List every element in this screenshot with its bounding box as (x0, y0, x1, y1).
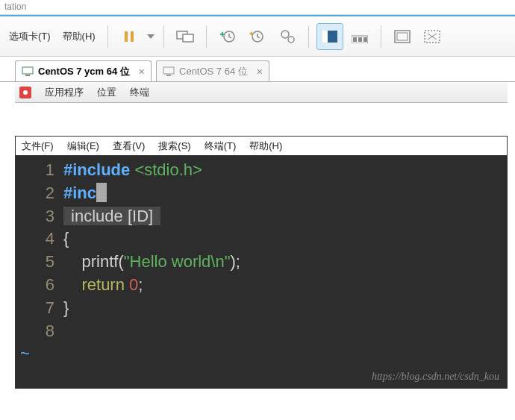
snapshot-revert-button[interactable] (244, 23, 271, 50)
main-toolbar: 选项卡(T) 帮助(H) (0, 15, 515, 57)
monitor-icon (163, 66, 175, 77)
svg-rect-15 (397, 33, 408, 40)
terminal-menubar: 文件(F) 编辑(E) 查看(V) 搜索(S) 终端(T) 帮助(H) (16, 137, 507, 156)
toolbar-separator (381, 25, 381, 48)
term-menu-edit[interactable]: 编辑(E) (67, 140, 99, 153)
text-cursor (96, 183, 107, 202)
line-number: 5 (16, 251, 63, 274)
svg-rect-9 (322, 31, 328, 43)
fullscreen-button[interactable] (389, 23, 416, 50)
svg-rect-12 (358, 37, 362, 42)
line-number: 2 (16, 182, 63, 205)
svg-rect-18 (22, 67, 33, 74)
svg-rect-1 (131, 31, 134, 42)
completion-popup[interactable]: include [ID] (63, 207, 160, 225)
pause-button[interactable] (116, 23, 143, 50)
vm-tab-centos7-ycm[interactable]: CentOS 7 ycm 64 位 × (15, 60, 152, 81)
unity-button[interactable] (419, 23, 446, 50)
vm-tab-bar: CentOS 7 ycm 64 位 × CentOS 7 64 位 × (0, 57, 515, 82)
gnome-menu-terminal[interactable]: 终端 (130, 86, 149, 99)
watermark-text: https://blog.csdn.net/csdn_kou (372, 369, 499, 384)
toolbar-separator (206, 25, 207, 48)
line-number: 8 (16, 320, 63, 343)
line-number: 7 (16, 297, 63, 320)
svg-rect-20 (163, 67, 174, 74)
svg-rect-3 (183, 34, 193, 42)
snapshot-manage-button[interactable] (274, 23, 301, 50)
dropdown-icon[interactable] (146, 23, 156, 50)
term-menu-search[interactable]: 搜索(S) (158, 140, 190, 153)
svg-rect-19 (25, 75, 30, 76)
term-menu-view[interactable]: 查看(V) (113, 140, 145, 153)
view-thumbnail-button[interactable] (346, 23, 373, 50)
menu-tabs[interactable]: 选项卡(T) (4, 30, 55, 43)
toolbar-separator (107, 25, 108, 48)
svg-point-23 (23, 90, 28, 95)
line-number: 3 (16, 205, 63, 228)
svg-rect-21 (166, 75, 171, 76)
code-editor[interactable]: 1#include <stdio.h> 2#inc 3 include [ID]… (16, 156, 507, 388)
svg-rect-11 (353, 37, 357, 42)
term-menu-file[interactable]: 文件(F) (22, 140, 54, 153)
svg-rect-13 (363, 37, 367, 42)
line-number: 4 (16, 228, 63, 251)
close-icon[interactable]: × (257, 66, 263, 78)
term-menu-help[interactable]: 帮助(H) (249, 140, 282, 153)
line-number: 6 (16, 274, 63, 297)
vim-tilde: ~ (16, 342, 507, 366)
toolbar-separator (308, 25, 309, 48)
gnome-menu-places[interactable]: 位置 (97, 86, 116, 99)
toolbar-separator (163, 25, 164, 48)
menu-help[interactable]: 帮助(H) (58, 30, 100, 43)
terminal-window: 文件(F) 编辑(E) 查看(V) 搜索(S) 终端(T) 帮助(H) 1#in… (15, 136, 508, 389)
view-single-button[interactable] (316, 23, 343, 50)
close-icon[interactable]: × (139, 66, 145, 78)
activities-icon[interactable] (19, 87, 31, 98)
svg-rect-0 (125, 31, 128, 42)
snapshot-add-button[interactable] (214, 23, 241, 50)
send-combo-button[interactable] (172, 23, 199, 50)
svg-point-6 (281, 31, 289, 38)
svg-point-7 (288, 37, 294, 43)
line-number: 1 (16, 159, 63, 182)
gnome-top-bar: 应用程序 位置 终端 (15, 82, 508, 103)
gnome-menu-applications[interactable]: 应用程序 (45, 86, 84, 99)
vm-tab-label: CentOS 7 64 位 (179, 65, 248, 78)
term-menu-terminal[interactable]: 终端(T) (205, 140, 237, 153)
window-title: tation (4, 1, 26, 12)
monitor-icon (22, 66, 34, 77)
vm-tab-centos7[interactable]: CentOS 7 64 位 × (156, 60, 269, 81)
vm-tab-label: CentOS 7 ycm 64 位 (38, 65, 130, 78)
svg-rect-17 (22, 67, 33, 74)
window-titlebar: tation (0, 0, 515, 15)
